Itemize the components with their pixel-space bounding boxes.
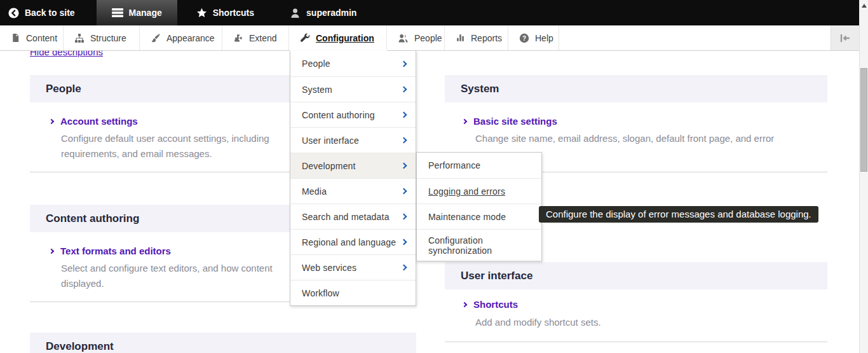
username-label: superadmin	[306, 8, 356, 18]
section-header-user-interface: User interface	[445, 262, 827, 289]
toolbar-tab-configuration[interactable]: Configuration	[289, 25, 387, 50]
section-description: Add and modify shortcut sets.	[475, 315, 601, 330]
description-line: Change site name, email address, slogan,…	[475, 131, 774, 146]
puzzle-icon	[233, 33, 243, 43]
admin-toolbar: Content Structure Appearance Extend Conf…	[0, 25, 859, 51]
chevron-right-icon	[401, 188, 407, 195]
section-description: Select and configure text editors, and h…	[61, 261, 273, 291]
submenu-item-logging-and-errors[interactable]: Logging and errors	[417, 178, 541, 204]
logging-and-errors-tooltip: Configure the display of error messages …	[539, 206, 818, 223]
shortcuts-label: Shortcuts	[213, 8, 254, 18]
toolbar-tab-appearance[interactable]: Appearance	[140, 25, 222, 50]
submenu-item-performance[interactable]: Performance	[417, 153, 541, 178]
user-icon	[290, 8, 301, 18]
help-icon: ?	[519, 33, 529, 43]
chevron-right-icon	[401, 60, 407, 67]
menu-item-label: Configuration synchronization	[428, 235, 505, 256]
menu-item-label: Media	[302, 186, 327, 197]
menu-item-content-authoring[interactable]: Content authoring	[290, 102, 416, 127]
menu-item-people[interactable]: People	[290, 51, 416, 76]
toolbar-tab-label: Extend	[249, 33, 277, 43]
menu-item-web-services[interactable]: Web services	[290, 254, 416, 280]
vertical-scrollbar[interactable]	[859, 0, 868, 353]
toolbar-tab-label: People	[414, 33, 442, 43]
scrollbar-thumb[interactable]	[860, 68, 867, 172]
menu-item-label: Search and metadata	[302, 212, 390, 222]
account-settings-link[interactable]: Account settings	[50, 116, 138, 127]
menu-item-label: Logging and errors	[428, 186, 505, 197]
menu-item-workflow[interactable]: Workflow	[290, 280, 416, 305]
toolbar-spacer	[559, 25, 831, 50]
menu-item-label: Web services	[302, 263, 356, 273]
text-formats-and-editors-link[interactable]: Text formats and editors	[50, 246, 171, 256]
development-submenu: Performance Logging and errors Maintenan…	[416, 152, 542, 261]
people-icon	[398, 33, 409, 43]
toolbar-tab-label: Reports	[471, 33, 502, 43]
menu-item-search-and-metadata[interactable]: Search and metadata	[290, 204, 416, 229]
section-description: Configure default user account settings,…	[61, 131, 269, 162]
scrollbar-up-arrow-icon[interactable]	[862, 4, 867, 8]
section-link-label: Account settings	[60, 116, 138, 127]
manage-menu-button[interactable]: Manage	[97, 0, 177, 25]
chevron-right-icon	[401, 214, 407, 220]
back-to-site-label: Back to site	[25, 8, 75, 18]
chevron-right-icon	[49, 248, 54, 253]
paintbrush-icon	[151, 33, 161, 43]
submenu-item-maintenance-mode[interactable]: Maintenance mode	[417, 204, 541, 229]
toolbar-tab-label: Help	[535, 33, 553, 43]
section-link-label: Shortcuts	[473, 299, 518, 310]
menu-item-system[interactable]: System	[290, 76, 416, 102]
menu-item-development[interactable]: Development	[290, 153, 416, 178]
toolbar-orientation-toggle[interactable]	[831, 25, 859, 50]
description-line: Select and configure text editors, and h…	[61, 261, 273, 276]
menu-item-user-interface[interactable]: User interface	[290, 127, 416, 153]
user-account-button[interactable]: superadmin	[278, 0, 368, 25]
menu-item-regional-and-language[interactable]: Regional and language	[290, 229, 416, 254]
menu-item-label: Performance	[428, 160, 480, 170]
section-link-label: Text formats and editors	[60, 246, 171, 256]
description-line: displayed.	[61, 276, 273, 291]
manage-label: Manage	[129, 8, 162, 18]
chevron-right-icon	[401, 87, 407, 93]
back-circle-icon	[8, 8, 19, 18]
collapse-left-icon	[839, 34, 851, 43]
description-line: Configure default user account settings,…	[61, 131, 269, 146]
shortcuts-link[interactable]: Shortcuts	[463, 299, 518, 310]
menu-item-label: Workflow	[302, 288, 339, 298]
section-title: User interface	[461, 270, 532, 282]
section-title: People	[46, 83, 81, 95]
sitemap-icon	[74, 33, 85, 43]
toolbar-tab-reports[interactable]: Reports	[445, 25, 508, 50]
toolbar-tab-label: Appearance	[166, 33, 215, 43]
toolbar-tab-structure[interactable]: Structure	[64, 25, 140, 50]
toolbar-tab-extend[interactable]: Extend	[222, 25, 289, 50]
drupal-admin-page: Back to site Manage Shortcuts superadmin	[0, 0, 868, 353]
toolbar-tab-people[interactable]: People	[387, 25, 445, 50]
hamburger-icon	[112, 8, 123, 17]
toolbar-tab-help[interactable]: ? Help	[508, 25, 559, 50]
section-title: Content authoring	[46, 212, 139, 225]
toolbar-tab-label: Configuration	[316, 33, 374, 43]
menu-item-label: Content authoring	[302, 110, 375, 120]
submenu-item-configuration-synchronization[interactable]: Configuration synchronization	[417, 229, 541, 261]
section-title: Development	[46, 340, 114, 353]
chevron-right-icon	[49, 118, 54, 123]
section-header-development: Development	[30, 333, 416, 353]
menu-item-label: Maintenance mode	[428, 212, 506, 222]
back-to-site-button[interactable]: Back to site	[0, 0, 86, 25]
wrench-icon	[300, 33, 310, 43]
chevron-right-icon	[401, 112, 407, 118]
basic-site-settings-link[interactable]: Basic site settings	[463, 116, 557, 127]
chevron-right-icon	[462, 118, 467, 123]
shortcuts-button[interactable]: Shortcuts	[185, 0, 266, 25]
star-icon	[196, 8, 207, 18]
section-link-label: Basic site settings	[473, 116, 557, 127]
section-title: System	[461, 83, 499, 95]
section-divider	[445, 342, 827, 342]
chevron-right-icon	[462, 301, 467, 307]
menu-item-media[interactable]: Media	[290, 178, 416, 204]
toolbar-tab-content[interactable]: Content	[0, 25, 64, 50]
menu-item-label: People	[302, 59, 330, 69]
chevron-right-icon	[401, 265, 407, 271]
menu-item-label: Regional and language	[302, 237, 396, 247]
